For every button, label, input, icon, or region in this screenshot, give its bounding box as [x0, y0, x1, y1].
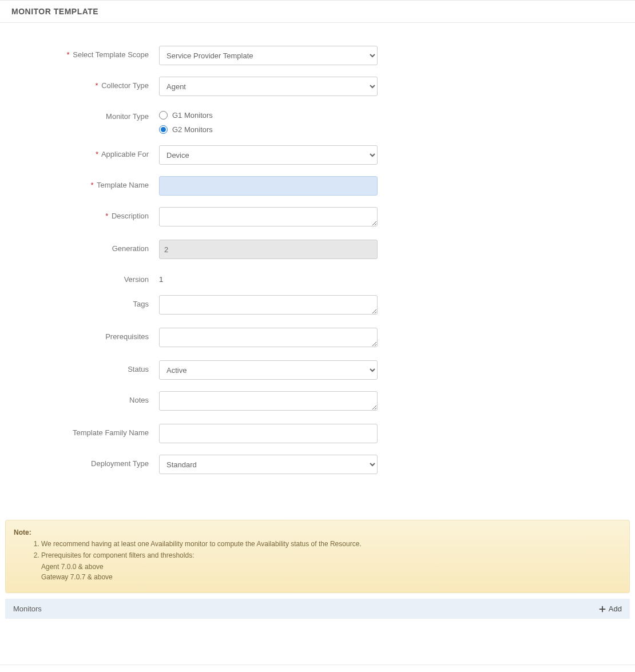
input-template-family[interactable]	[159, 424, 378, 443]
required-marker: *	[96, 150, 98, 158]
value-version: 1	[159, 271, 378, 284]
textarea-description[interactable]	[159, 207, 378, 226]
monitors-section-header: Monitors Add	[5, 599, 630, 619]
row-prerequisites: Prerequisites	[11, 328, 624, 349]
row-description: * Description	[11, 207, 624, 228]
note-sub-1: Agent 7.0.0 & above	[14, 562, 621, 572]
label-applicable-for: * Applicable For	[11, 145, 159, 158]
input-template-name[interactable]	[159, 176, 378, 196]
label-collector: * Collector Type	[11, 77, 159, 90]
row-monitor-type: Monitor Type G1 Monitors G2 Monitors	[11, 108, 624, 134]
label-generation: Generation	[11, 240, 159, 253]
input-generation	[159, 240, 378, 259]
row-generation: Generation	[11, 240, 624, 259]
note-sub-2: Gateway 7.0.7 & above	[14, 572, 621, 582]
add-monitor-button[interactable]: Add	[598, 605, 622, 613]
label-notes: Notes	[11, 391, 159, 404]
row-status: Status Active	[11, 360, 624, 380]
bottom-divider	[0, 665, 635, 665]
row-version: Version 1	[11, 271, 624, 284]
radio-label-g1: G1 Monitors	[172, 111, 213, 120]
page-header: MONITOR TEMPLATE	[0, 0, 635, 23]
select-template-scope[interactable]: Service Provider Template	[159, 46, 378, 65]
row-tags: Tags	[11, 295, 624, 316]
radio-label-g2: G2 Monitors	[172, 125, 213, 134]
required-marker: *	[95, 81, 98, 90]
label-family: Template Family Name	[11, 424, 159, 437]
row-scope: * Select Template Scope Service Provider…	[11, 46, 624, 65]
form-area: * Select Template Scope Service Provider…	[0, 23, 635, 508]
monitors-title: Monitors	[13, 605, 42, 613]
required-marker: *	[91, 181, 94, 189]
note-title: Note:	[14, 528, 621, 536]
plus-icon	[598, 605, 606, 613]
row-deployment: Deployment Type Standard	[11, 455, 624, 474]
textarea-notes[interactable]	[159, 391, 378, 411]
radio-group-monitor-type: G1 Monitors G2 Monitors	[159, 108, 378, 134]
label-version: Version	[11, 271, 159, 284]
textarea-prerequisites[interactable]	[159, 328, 378, 347]
row-notes: Notes	[11, 391, 624, 412]
radio-input-g2[interactable]	[159, 125, 168, 134]
row-template-name: * Template Name	[11, 176, 624, 196]
label-scope: * Select Template Scope	[11, 46, 159, 59]
select-status[interactable]: Active	[159, 360, 378, 380]
label-deployment: Deployment Type	[11, 455, 159, 468]
label-status: Status	[11, 360, 159, 373]
note-item-2: Prerequisites for component filters and …	[41, 550, 621, 560]
note-item-1: We recommend having at least one Availab…	[41, 539, 621, 549]
radio-input-g1[interactable]	[159, 111, 168, 120]
row-family: Template Family Name	[11, 424, 624, 443]
note-box: Note: We recommend having at least one A…	[5, 520, 630, 593]
label-prerequisites: Prerequisites	[11, 328, 159, 341]
select-collector-type[interactable]: Agent	[159, 77, 378, 96]
label-description: * Description	[11, 207, 159, 220]
page-title: MONITOR TEMPLATE	[11, 7, 98, 16]
label-template-name: * Template Name	[11, 176, 159, 189]
row-applicable-for: * Applicable For Device	[11, 145, 624, 165]
select-applicable-for[interactable]: Device	[159, 145, 378, 165]
label-monitor-type: Monitor Type	[11, 108, 159, 121]
add-label: Add	[609, 605, 622, 613]
textarea-tags[interactable]	[159, 295, 378, 315]
required-marker: *	[105, 212, 108, 220]
note-list: We recommend having at least one Availab…	[14, 539, 621, 560]
select-deployment-type[interactable]: Standard	[159, 455, 378, 474]
radio-g2-monitors[interactable]: G2 Monitors	[159, 125, 378, 134]
row-collector: * Collector Type Agent	[11, 77, 624, 96]
radio-g1-monitors[interactable]: G1 Monitors	[159, 111, 378, 120]
label-tags: Tags	[11, 295, 159, 308]
required-marker: *	[67, 50, 70, 59]
